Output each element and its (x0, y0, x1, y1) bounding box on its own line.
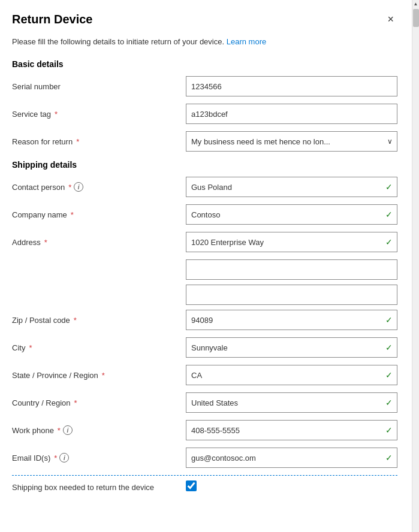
work-phone-check-icon: ✓ (385, 425, 393, 435)
description-text: Please fill the following details to ini… (12, 37, 224, 46)
company-name-field: ✓ (186, 204, 397, 225)
work-phone-row: Work phone * i ✓ (12, 420, 397, 440)
service-tag-label: Service tag * (12, 110, 186, 119)
email-check-icon: ✓ (385, 453, 393, 463)
city-field: ✓ (186, 337, 397, 358)
work-phone-required: * (58, 426, 61, 435)
learn-more-link[interactable]: Learn more (227, 37, 266, 46)
work-phone-field: ✓ (186, 420, 397, 440)
address-row-1: Address * ✓ (12, 232, 397, 252)
address-input-3[interactable] (186, 285, 397, 305)
address-check-icon: ✓ (385, 237, 393, 247)
company-name-check-icon: ✓ (385, 210, 393, 219)
address-field-3 (186, 285, 397, 305)
contact-person-info-icon[interactable]: i (74, 182, 83, 192)
reason-return-row: Reason for return * My business need is … (12, 131, 397, 152)
email-required: * (54, 454, 57, 463)
serial-number-row: Serial number (12, 76, 397, 96)
reason-return-select[interactable]: My business need is met hence no lon... (186, 131, 397, 152)
state-row: State / Province / Region * ✓ (12, 365, 397, 385)
country-input[interactable] (186, 392, 397, 413)
city-input[interactable] (186, 337, 397, 358)
state-label: State / Province / Region * (12, 371, 186, 380)
serial-number-field (186, 76, 397, 96)
zip-code-label: Zip / Postal code * (12, 316, 186, 325)
reason-return-required: * (76, 137, 79, 146)
email-info-icon[interactable]: i (59, 453, 69, 463)
service-tag-row: Service tag * (12, 104, 397, 124)
scroll-thumb[interactable] (413, 9, 419, 27)
email-field: ✓ (186, 448, 397, 468)
address-field-2 (186, 259, 397, 280)
address-input-1[interactable] (186, 232, 397, 252)
work-phone-info-icon[interactable]: i (63, 425, 73, 435)
shipping-details-section: Shipping details Contact person * i ✓ Co… (12, 160, 397, 494)
service-tag-required: * (55, 110, 58, 119)
state-check-icon: ✓ (385, 370, 393, 380)
state-required: * (102, 371, 105, 380)
basic-details-title: Basic details (12, 59, 397, 69)
state-field: ✓ (186, 365, 397, 385)
zip-code-field: ✓ (186, 310, 397, 330)
contact-person-label: Contact person * i (12, 182, 186, 192)
country-field: ✓ (186, 392, 397, 413)
dialog-content: Return Device × Please fill the followin… (0, 0, 412, 514)
address-label: Address * (12, 238, 186, 247)
zip-code-check-icon: ✓ (385, 315, 393, 325)
country-label: Country / Region * (12, 398, 186, 407)
zip-code-required: * (74, 316, 77, 325)
city-label: City * (12, 343, 186, 352)
serial-number-label: Serial number (12, 82, 186, 91)
company-name-input[interactable] (186, 204, 397, 225)
contact-person-row: Contact person * i ✓ (12, 177, 397, 197)
company-name-row: Company name * ✓ (12, 204, 397, 225)
city-check-icon: ✓ (385, 343, 393, 352)
email-row: Email ID(s) * i ✓ (12, 448, 397, 468)
reason-return-field: My business need is met hence no lon... … (186, 131, 397, 152)
dialog-description: Please fill the following details to ini… (12, 37, 397, 47)
dialog-header: Return Device × (12, 12, 397, 27)
company-name-label: Company name * (12, 210, 186, 219)
contact-person-field: ✓ (186, 177, 397, 197)
shipping-box-row: Shipping box needed to return the device (12, 475, 397, 494)
shipping-box-label: Shipping box needed to return the device (12, 483, 186, 492)
scrollbar[interactable]: ▲ (412, 0, 419, 532)
zip-code-input[interactable] (186, 310, 397, 330)
return-device-dialog: ▲ Return Device × Please fill the follow… (0, 0, 419, 532)
company-name-required: * (71, 210, 74, 219)
city-row: City * ✓ (12, 337, 397, 358)
shipping-details-title: Shipping details (12, 160, 397, 170)
state-input[interactable] (186, 365, 397, 385)
work-phone-input[interactable] (186, 420, 397, 440)
address-row-3 (186, 285, 397, 305)
dialog-title: Return Device (12, 13, 93, 26)
contact-person-input[interactable] (186, 177, 397, 197)
email-input[interactable] (186, 448, 397, 468)
basic-details-section: Basic details Serial number Service tag … (12, 59, 397, 152)
country-check-icon: ✓ (385, 398, 393, 407)
address-field-1: ✓ (186, 232, 397, 252)
work-phone-label: Work phone * i (12, 425, 186, 435)
address-row-2 (186, 259, 397, 280)
city-required: * (29, 343, 32, 352)
shipping-box-field (186, 480, 197, 494)
serial-number-input[interactable] (186, 76, 397, 96)
scroll-up-arrow[interactable]: ▲ (412, 0, 419, 8)
contact-person-check-icon: ✓ (385, 182, 393, 192)
service-tag-input[interactable] (186, 104, 397, 124)
service-tag-field (186, 104, 397, 124)
reason-return-label: Reason for return * (12, 137, 186, 146)
address-required: * (44, 238, 47, 247)
country-required: * (74, 398, 77, 407)
address-input-2[interactable] (186, 259, 397, 280)
close-button[interactable]: × (384, 12, 397, 27)
contact-person-required: * (68, 183, 71, 192)
email-label: Email ID(s) * i (12, 453, 186, 463)
shipping-box-checkbox[interactable] (186, 480, 197, 491)
zip-code-row: Zip / Postal code * ✓ (12, 310, 397, 330)
country-row: Country / Region * ✓ (12, 392, 397, 413)
